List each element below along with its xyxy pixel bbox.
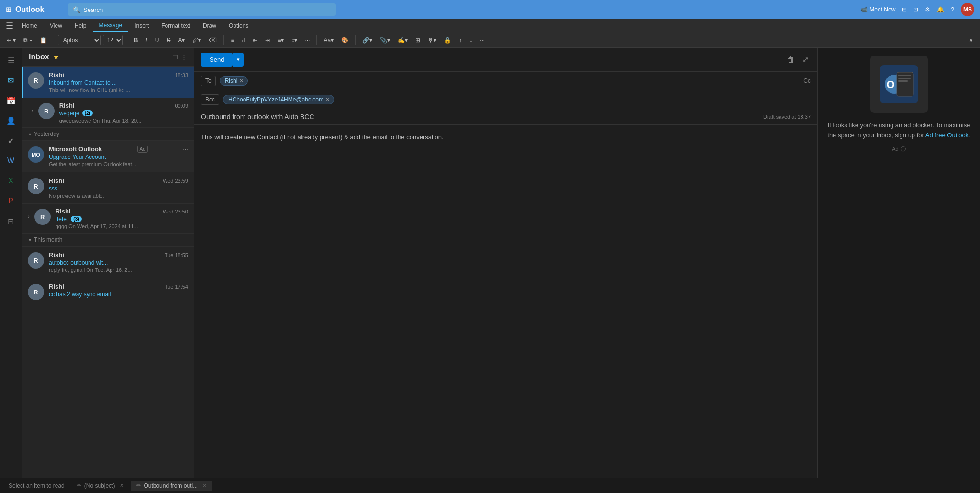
inbox-header: Inbox ★ ☐ ⋮ [22,48,194,67]
avatar[interactable]: MS [961,3,974,16]
meet-now-btn[interactable]: 📹 Meet Now [860,6,895,13]
tab-draw[interactable]: Draw [197,21,222,31]
app-name: Outlook [15,5,44,14]
dictate-btn[interactable]: 🎙▾ [425,36,439,45]
signature-btn[interactable]: ✍▾ [395,36,411,45]
close-tab-btn[interactable]: ✕ [120,482,124,489]
email-item[interactable]: › R Rishi 00:09 weqeqe (2) qweeqweqwe On… [22,98,194,128]
styles-btn[interactable]: Aa▾ [321,36,336,45]
help-icon[interactable]: ? [951,6,954,13]
settings-icon[interactable]: ⚙ [925,6,930,13]
email-item[interactable]: R Rishi Wed 23:59 sss No preview is avai… [22,172,194,204]
inbox-star-icon[interactable]: ★ [53,53,59,61]
status-tab-label: Select an item to read [9,482,65,489]
highlight-btn[interactable]: 🖊▾ [189,36,204,45]
bold-btn[interactable]: B [131,36,141,45]
link-btn[interactable]: 🔗▾ [359,36,375,45]
nav-tasks[interactable]: ✔ [2,132,20,149]
sensitivity-btn[interactable]: 🔒 [441,36,454,45]
down-arrow-btn[interactable]: ↓ [467,36,475,45]
status-tab-outbound[interactable]: ✏ Outbound from outl... ✕ [131,481,212,491]
ad-free-link[interactable]: Ad free Outlook [925,132,969,139]
nav-excel[interactable]: X [2,172,20,190]
up-arrow-btn[interactable]: ↑ [456,36,465,45]
attach-btn[interactable]: 📎▾ [377,36,393,45]
email-content: Rishi Tue 17:54 cc has 2 way sync email [49,283,188,299]
cc-toggle-btn[interactable]: Cc [803,78,811,84]
strikethrough-btn[interactable]: S [164,36,173,45]
send-dropdown-button[interactable]: ▾ [233,53,244,67]
search-box[interactable]: 🔍 Search [68,3,336,16]
increase-indent-btn[interactable]: ⇥ [262,36,273,45]
nav-contacts[interactable]: 👤 [2,112,20,129]
line-spacing-btn[interactable]: ↕▾ [289,36,300,45]
table-btn[interactable]: ⊞ [412,36,423,45]
email-subject: sss [49,185,188,192]
status-tab-no-subject[interactable]: ✏ (No subject) ✕ [71,481,130,491]
maximize-btn[interactable]: ⊡ [913,6,918,13]
popout-button[interactable]: ⤢ [801,53,811,66]
nav-powerpoint[interactable]: P [2,192,20,210]
ad-more-btn[interactable]: ··· [183,146,188,153]
theme-btn[interactable]: 🎨 [338,36,351,45]
font-color-btn[interactable]: A▾ [175,36,188,45]
minimize-btn[interactable]: ⊟ [902,6,907,13]
avatar: R [28,252,44,269]
undo-btn[interactable]: ↩ ▾ [4,36,19,45]
tab-insert[interactable]: Insert [129,21,155,31]
tab-home[interactable]: Home [16,21,43,31]
thread-expand-icon[interactable]: › [28,213,30,219]
nav-calendar[interactable]: 📅 [2,92,20,109]
tab-options[interactable]: Options [223,21,254,31]
status-tab-read[interactable]: Select an item to read [3,481,70,491]
status-bar: Select an item to read ✏ (No subject) ✕ … [0,478,980,493]
compose-body[interactable]: This will create new Contact (if not alr… [194,125,817,478]
email-item[interactable]: › R Rishi Wed 23:50 ttetet (3) qqqq On W… [22,204,194,234]
send-button[interactable]: Send [201,53,233,67]
section-divider-yesterday[interactable]: ▾ Yesterday [22,128,194,141]
decrease-indent-btn[interactable]: ⇤ [250,36,260,45]
email-item[interactable]: R Rishi Tue 17:54 cc has 2 way sync emai… [22,278,194,305]
underline-btn[interactable]: U [152,36,162,45]
to-recipients: Rishi ✕ [220,76,800,86]
paste-btn[interactable]: 📋 [37,36,50,45]
to-label[interactable]: To [201,76,216,86]
thread-expand-icon[interactable]: › [32,108,33,113]
ad-info-icon[interactable]: ⓘ [901,146,906,153]
font-size-selector[interactable]: 12 [103,35,123,45]
email-item[interactable]: R Rishi 18:33 Inbound from Contact to ..… [22,67,194,98]
tab-view[interactable]: View [44,21,68,31]
discard-button[interactable]: 🗑 [785,53,797,66]
remove-recipient-btn[interactable]: ✕ [239,78,244,84]
nav-menu[interactable]: ☰ [2,52,20,69]
bullets-btn[interactable]: ≡ [228,36,237,45]
more-formatting-btn[interactable]: ··· [302,36,312,45]
email-item-ad[interactable]: MO Microsoft Outlook Ad ··· Upgrade Your… [22,141,194,172]
tab-format-text[interactable]: Format text [156,21,196,31]
nav-word[interactable]: W [2,152,20,169]
tab-message[interactable]: Message [93,20,128,32]
close-tab-btn[interactable]: ✕ [202,482,207,489]
title-bar-right: 📹 Meet Now ⊟ ⊡ ⚙ 🔔 ? MS [860,3,974,16]
more-ribbon-btn[interactable]: ··· [477,36,488,45]
nav-apps[interactable]: ⊞ [2,213,20,230]
sort-icon[interactable]: ⋮ [181,54,187,61]
italic-btn[interactable]: I [143,36,150,45]
font-selector[interactable]: Aptos [58,35,101,45]
collapse-ribbon-btn[interactable]: ∧ [966,36,976,45]
email-item[interactable]: R Rishi Tue 18:55 autobcc outbound wit..… [22,246,194,278]
clear-format-btn[interactable]: ⌫ [206,36,220,45]
hamburger-button[interactable]: ☰ [4,19,15,33]
copy-btn[interactable]: ⧉ ▾ [21,36,34,45]
notifications-icon[interactable]: 🔔 [937,6,944,13]
email-header-row: Rishi Wed 23:59 [49,177,188,184]
tab-help[interactable]: Help [69,21,92,31]
nav-mail[interactable]: ✉ [2,72,20,89]
numbering-btn[interactable]: ⑁ [239,36,248,45]
recipient-name: Rishi [225,78,238,84]
filter-icon[interactable]: ☐ [172,54,178,61]
remove-bcc-btn[interactable]: ✕ [325,97,330,103]
section-divider-this-month[interactable]: ▾ This month [22,234,194,246]
align-btn[interactable]: ≡▾ [275,36,287,45]
bcc-label[interactable]: Bcc [201,94,219,105]
